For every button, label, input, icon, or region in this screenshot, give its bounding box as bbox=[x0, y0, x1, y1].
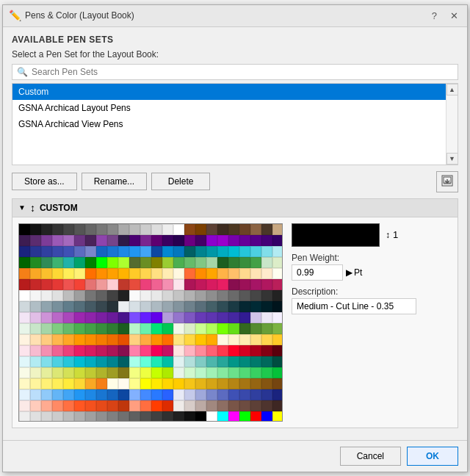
color-cell[interactable] bbox=[96, 312, 107, 323]
color-cell[interactable] bbox=[41, 246, 52, 257]
pen-weight-input[interactable] bbox=[292, 264, 343, 281]
color-cell[interactable] bbox=[41, 378, 52, 389]
color-cell[interactable] bbox=[250, 235, 261, 246]
color-cell[interactable] bbox=[272, 268, 283, 279]
color-cell[interactable] bbox=[228, 235, 239, 246]
color-cell[interactable] bbox=[85, 279, 96, 290]
color-cell[interactable] bbox=[63, 400, 74, 411]
color-cell[interactable] bbox=[272, 323, 283, 334]
color-cell[interactable] bbox=[85, 400, 96, 411]
color-cell[interactable] bbox=[118, 411, 129, 422]
color-cell[interactable] bbox=[228, 367, 239, 378]
color-cell[interactable] bbox=[195, 378, 206, 389]
cancel-button[interactable]: Cancel bbox=[340, 447, 401, 466]
color-cell[interactable] bbox=[151, 345, 162, 356]
color-cell[interactable] bbox=[41, 323, 52, 334]
color-cell[interactable] bbox=[239, 279, 250, 290]
color-cell[interactable] bbox=[173, 356, 184, 367]
color-cell[interactable] bbox=[129, 334, 140, 345]
color-cell[interactable] bbox=[162, 246, 173, 257]
color-cell[interactable] bbox=[151, 246, 162, 257]
color-cell[interactable] bbox=[52, 290, 63, 301]
color-cell[interactable] bbox=[217, 301, 228, 312]
color-cell[interactable] bbox=[151, 367, 162, 378]
color-cell[interactable] bbox=[228, 257, 239, 268]
color-cell[interactable] bbox=[184, 246, 195, 257]
color-cell[interactable] bbox=[206, 290, 217, 301]
color-cell[interactable] bbox=[140, 235, 151, 246]
color-cell[interactable] bbox=[272, 290, 283, 301]
color-cell[interactable] bbox=[52, 268, 63, 279]
color-cell[interactable] bbox=[261, 290, 272, 301]
color-cell[interactable] bbox=[19, 323, 30, 334]
color-cell[interactable] bbox=[85, 246, 96, 257]
color-cell[interactable] bbox=[261, 334, 272, 345]
color-cell[interactable] bbox=[239, 400, 250, 411]
color-cell[interactable] bbox=[19, 290, 30, 301]
color-cell[interactable] bbox=[85, 334, 96, 345]
color-cell[interactable] bbox=[19, 257, 30, 268]
color-cell[interactable] bbox=[118, 246, 129, 257]
color-cell[interactable] bbox=[129, 290, 140, 301]
color-cell[interactable] bbox=[74, 411, 85, 422]
color-cell[interactable] bbox=[74, 345, 85, 356]
color-cell[interactable] bbox=[151, 268, 162, 279]
color-cell[interactable] bbox=[140, 356, 151, 367]
color-cell[interactable] bbox=[19, 279, 30, 290]
color-cell[interactable] bbox=[250, 411, 261, 422]
color-cell[interactable] bbox=[195, 389, 206, 400]
color-cell[interactable] bbox=[228, 290, 239, 301]
color-cell[interactable] bbox=[173, 367, 184, 378]
color-cell[interactable] bbox=[74, 400, 85, 411]
color-cell[interactable] bbox=[107, 334, 118, 345]
color-cell[interactable] bbox=[63, 356, 74, 367]
color-cell[interactable] bbox=[118, 389, 129, 400]
color-cell[interactable] bbox=[52, 389, 63, 400]
color-cell[interactable] bbox=[206, 279, 217, 290]
color-cell[interactable] bbox=[228, 323, 239, 334]
scrollbar[interactable]: ▲ ▼ bbox=[446, 84, 458, 165]
color-cell[interactable] bbox=[140, 400, 151, 411]
color-cell[interactable] bbox=[63, 345, 74, 356]
color-cell[interactable] bbox=[173, 323, 184, 334]
color-cell[interactable] bbox=[140, 268, 151, 279]
color-cell[interactable] bbox=[162, 400, 173, 411]
color-cell[interactable] bbox=[173, 389, 184, 400]
color-cell[interactable] bbox=[184, 257, 195, 268]
color-cell[interactable] bbox=[19, 246, 30, 257]
collapse-button[interactable]: ▼ bbox=[18, 203, 26, 212]
color-cell[interactable] bbox=[217, 367, 228, 378]
color-cell[interactable] bbox=[74, 268, 85, 279]
color-cell[interactable] bbox=[85, 224, 96, 235]
color-cell[interactable] bbox=[52, 246, 63, 257]
ok-button[interactable]: OK bbox=[407, 447, 458, 466]
color-cell[interactable] bbox=[151, 400, 162, 411]
color-cell[interactable] bbox=[129, 356, 140, 367]
color-cell[interactable] bbox=[52, 378, 63, 389]
color-cell[interactable] bbox=[30, 246, 41, 257]
export-button[interactable] bbox=[436, 171, 458, 192]
color-cell[interactable] bbox=[41, 279, 52, 290]
color-cell[interactable] bbox=[184, 334, 195, 345]
color-cell[interactable] bbox=[206, 367, 217, 378]
color-cell[interactable] bbox=[173, 290, 184, 301]
color-cell[interactable] bbox=[107, 224, 118, 235]
color-cell[interactable] bbox=[217, 345, 228, 356]
color-cell[interactable] bbox=[195, 224, 206, 235]
color-cell[interactable] bbox=[74, 323, 85, 334]
color-cell[interactable] bbox=[250, 312, 261, 323]
color-cell[interactable] bbox=[41, 400, 52, 411]
color-cell[interactable] bbox=[217, 356, 228, 367]
color-cell[interactable] bbox=[217, 323, 228, 334]
color-cell[interactable] bbox=[162, 279, 173, 290]
color-cell[interactable] bbox=[228, 334, 239, 345]
color-cell[interactable] bbox=[195, 367, 206, 378]
color-cell[interactable] bbox=[217, 235, 228, 246]
color-cell[interactable] bbox=[272, 400, 283, 411]
color-cell[interactable] bbox=[96, 411, 107, 422]
color-cell[interactable] bbox=[173, 279, 184, 290]
color-cell[interactable] bbox=[107, 301, 118, 312]
color-cell[interactable] bbox=[85, 367, 96, 378]
color-cell[interactable] bbox=[129, 367, 140, 378]
color-cell[interactable] bbox=[129, 411, 140, 422]
